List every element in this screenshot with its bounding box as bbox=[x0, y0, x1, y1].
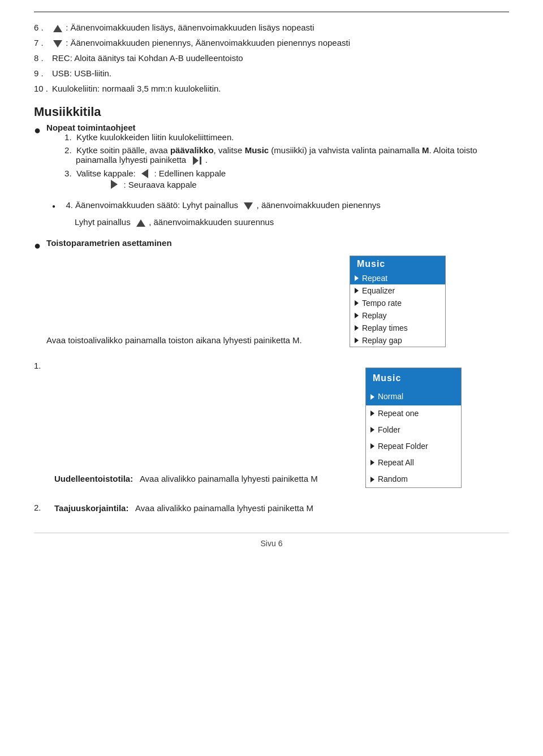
chevron-right-icon-1 bbox=[355, 288, 359, 293]
item-content-9: USB: USB-liitin. bbox=[52, 68, 509, 78]
chevron-right-icon-0 bbox=[355, 275, 359, 281]
item-num-8: 8 . bbox=[34, 53, 52, 63]
chevron2-right-icon-0 bbox=[370, 394, 374, 400]
item-6: 6 . : Äänenvoimakkuuden lisäys, äänenvoi… bbox=[34, 23, 509, 32]
music-menu-1-header: Music bbox=[350, 256, 445, 272]
menu2-item-2: Folder bbox=[366, 422, 461, 438]
music-menu-2-header: Music bbox=[366, 368, 461, 388]
chevron-right-icon-3 bbox=[355, 313, 359, 318]
menu1-item-5: Replay gap bbox=[350, 334, 445, 347]
menu2-item-0: Normal bbox=[366, 388, 461, 405]
triangle-down-icon bbox=[53, 40, 62, 47]
bullet3-text: Avaa toistoalivalikko painamalla toiston… bbox=[46, 335, 302, 345]
bullet3-content: Toistoparametrien asettaminen Avaa toist… bbox=[46, 238, 446, 353]
bullet1-label: Nopeat toimintaohjeet bbox=[46, 123, 136, 132]
bullet1-sub-list: 1. Kytke kuulokkeiden liitin kuulokeliit… bbox=[64, 132, 477, 191]
item-num-10: 10 . bbox=[34, 84, 52, 93]
bullet1-item3: 3. Valitse kappale: : Edellinen kappale … bbox=[64, 169, 477, 191]
item-7: 7 . : Äänenvoimakkuuden pienennys, Äänen… bbox=[34, 38, 509, 47]
item-10: 10 . Kuulokeliitin: normaali 3,5 mm:n ku… bbox=[34, 84, 509, 93]
menu1-item-1: Equalizer bbox=[350, 284, 445, 297]
footer-text: Sivu 6 bbox=[261, 539, 283, 548]
section1-num: 1. bbox=[34, 360, 54, 370]
bullet2-row: ● 4. Äänenvoimakkuuden säätö: Lyhyt pain… bbox=[52, 198, 509, 229]
item-num-6: 6 . bbox=[34, 23, 52, 32]
chevron-right-icon-5 bbox=[355, 338, 359, 343]
menu1-item-0: Repeat bbox=[350, 272, 445, 284]
bullet1-row: ● Nopeat toimintaohjeet 1. Kytke kuulokk… bbox=[34, 123, 509, 194]
bullet1-item1: 1. Kytke kuulokkeiden liitin kuulokeliit… bbox=[64, 132, 477, 142]
chevron-right-icon-2 bbox=[355, 300, 359, 306]
item-content-10: Kuulokeliitin: normaali 3,5 mm:n kuuloke… bbox=[52, 84, 509, 93]
section-title: Musiikkitila bbox=[34, 105, 101, 119]
play-pause-icon bbox=[193, 156, 201, 165]
bullet1-item2: 2. Kytke soitin päälle, avaa päävalikko,… bbox=[64, 145, 477, 165]
section-title-row: Musiikkitila bbox=[34, 105, 509, 119]
chevron2-right-icon-1 bbox=[370, 411, 374, 416]
menu1-item-2: Tempo rate bbox=[350, 297, 445, 309]
menu2-item-3: Repeat Folder bbox=[366, 438, 461, 455]
music-menu-1: Music Repeat Equalizer Tempo rate Replay bbox=[350, 256, 446, 347]
vol-down-icon bbox=[244, 202, 253, 210]
item-9: 9 . USB: USB-liitin. bbox=[34, 68, 509, 78]
item-content-7: : Äänenvoimakkuuden pienennys, Äänenvoim… bbox=[52, 38, 509, 47]
chevron2-right-icon-5 bbox=[370, 477, 374, 482]
bullet2-dot: ● bbox=[52, 203, 55, 209]
section2-num: 2. bbox=[34, 502, 54, 512]
music-menu-2: Music Normal Repeat one Folder Repeat Fo… bbox=[365, 368, 462, 488]
section2-row: 2. Taajuuskorjaintila: Avaa alivalikko p… bbox=[34, 502, 509, 516]
section2-text: Avaa alivalikko painamalla lyhyesti pain… bbox=[135, 503, 313, 513]
bullet1-content: Nopeat toimintaohjeet 1. Kytke kuulokkei… bbox=[46, 123, 477, 194]
item-num-9: 9 . bbox=[34, 68, 52, 78]
item-content-6: : Äänenvoimakkuuden lisäys, äänenvoimakk… bbox=[52, 23, 509, 32]
section1-row: 1. Uudelleentoistotila: Avaa alivalikko … bbox=[34, 360, 509, 494]
bullet3-row: ● Toistoparametrien asettaminen Avaa toi… bbox=[34, 238, 509, 353]
section1-text: Avaa alivalikko painamalla lyhyesti pain… bbox=[140, 474, 318, 484]
next-icon bbox=[111, 180, 118, 191]
item-8: 8 . REC: Aloita äänitys tai Kohdan A-B u… bbox=[34, 53, 509, 63]
section2-label: Taajuuskorjaintila: bbox=[54, 503, 128, 513]
chevron2-right-icon-4 bbox=[370, 460, 374, 465]
chevron-right-icon-4 bbox=[355, 325, 359, 331]
menu2-item-5: Random bbox=[366, 471, 461, 487]
menu2-item-1: Repeat one bbox=[366, 405, 461, 422]
chevron2-right-icon-2 bbox=[370, 427, 374, 433]
section1-content: Uudelleentoistotila: Avaa alivalikko pai… bbox=[54, 360, 509, 494]
chevron2-right-icon-3 bbox=[370, 443, 374, 449]
bullet3-label: Toistoparametrien asettaminen bbox=[46, 238, 171, 248]
footer: Sivu 6 bbox=[34, 533, 509, 548]
item-num-7: 7 . bbox=[34, 38, 52, 47]
section1-label: Uudelleentoistotila: bbox=[54, 474, 133, 484]
vol-up-icon bbox=[136, 219, 145, 227]
menu2-item-4: Repeat All bbox=[366, 455, 461, 471]
top-border bbox=[34, 11, 509, 12]
menu1-item-4: Replay times bbox=[350, 322, 445, 334]
bullet1-dot: ● bbox=[34, 124, 41, 137]
section2-content: Taajuuskorjaintila: Avaa alivalikko pain… bbox=[54, 502, 509, 516]
item-content-8: REC: Aloita äänitys tai Kohdan A-B uudel… bbox=[52, 53, 509, 63]
prev-icon bbox=[141, 169, 148, 180]
menu1-item-3: Replay bbox=[350, 309, 445, 322]
bullet3-dot: ● bbox=[34, 239, 41, 252]
triangle-up-icon bbox=[53, 25, 62, 32]
